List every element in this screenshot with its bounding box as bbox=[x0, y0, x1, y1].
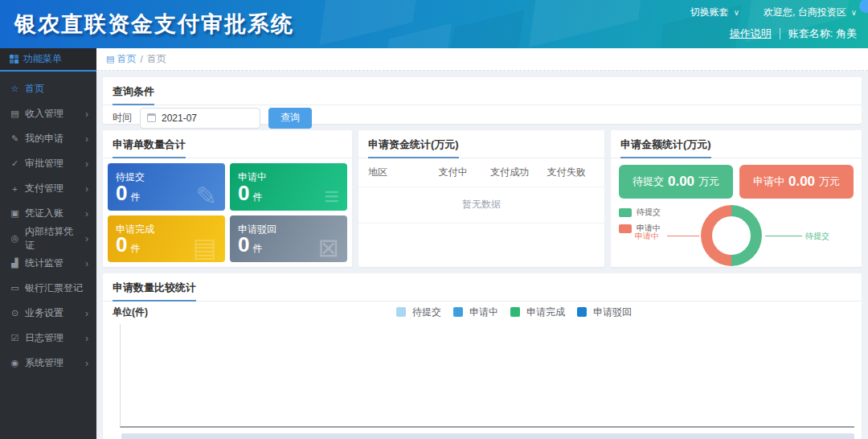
sidebar-item-label: 业务设置 bbox=[25, 306, 63, 320]
donut-chart-area: 待提交 申请中 申请中 待提交 bbox=[619, 203, 854, 267]
sidebar-item-payment[interactable]: + 支付管理 › bbox=[0, 176, 96, 201]
legend-item-pending-submit[interactable]: 待提交 bbox=[619, 207, 661, 218]
breadcrumb: ▤ 首页 / 首页 bbox=[96, 48, 868, 71]
sidebar-item-voucher-entry[interactable]: ▣ 凭证入账 › bbox=[0, 201, 96, 226]
sidebar-item-label: 首页 bbox=[25, 82, 44, 96]
legend-label: 申请驳回 bbox=[593, 306, 632, 319]
amount-panel-title-label: 申请金额统计(万元) bbox=[620, 137, 711, 158]
table-header-row: 地区 支付中 支付成功 支付失败 bbox=[358, 158, 604, 187]
chevron-right-icon: › bbox=[85, 259, 88, 269]
chart-scrollbar[interactable] bbox=[121, 433, 854, 439]
sidebar-item-home[interactable]: ☆ 首页 bbox=[0, 76, 96, 101]
sidebar-item-income[interactable]: ▤ 收入管理 › bbox=[0, 101, 96, 126]
chevron-right-icon: › bbox=[85, 159, 88, 169]
time-label: 时间 bbox=[113, 111, 132, 125]
chevron-right-icon: › bbox=[85, 109, 88, 119]
breadcrumb-home-label: 首页 bbox=[117, 52, 136, 66]
sidebar-item-label: 日志管理 bbox=[25, 331, 63, 345]
document-x-icon: ⊠ bbox=[317, 235, 339, 261]
chevron-right-icon: › bbox=[85, 134, 88, 144]
sidebar-item-label: 统计监管 bbox=[25, 256, 63, 270]
stat-card-unit: 件 bbox=[130, 242, 140, 256]
amount-card-value: 0.00 bbox=[668, 174, 694, 190]
amount-statistics-panel: 申请金额统计(万元) 待提交 0.00 万元 申请中 0.00 bbox=[611, 130, 862, 267]
bar-chart-legend: 待提交 申请中 申请完成 申请驳回 bbox=[396, 302, 632, 322]
notification-dot[interactable] bbox=[859, 0, 868, 13]
query-panel-title-label: 查询条件 bbox=[113, 84, 154, 105]
stat-card-pending-submit: 待提交 0 件 ✎ bbox=[108, 163, 225, 211]
legend-swatch bbox=[619, 224, 632, 233]
legend-label: 申请完成 bbox=[526, 306, 565, 319]
stat-card-value: 0 bbox=[116, 181, 127, 206]
query-conditions-panel: 查询条件 时间 2021-07 查询 bbox=[103, 77, 862, 124]
stat-card-value: 0 bbox=[238, 181, 249, 206]
chevron-right-icon: › bbox=[85, 359, 88, 368]
grid-icon bbox=[10, 55, 18, 64]
legend-label: 申请中 bbox=[469, 306, 498, 319]
sidebar-menu-header-label: 功能菜单 bbox=[23, 52, 62, 66]
application-count-panel: 申请单数量合计 待提交 0 件 ✎ 申请中 bbox=[103, 130, 352, 267]
sidebar-item-my-applications[interactable]: ✎ 我的申请 › bbox=[0, 126, 96, 151]
bar-chart-plot-area bbox=[120, 324, 854, 428]
panel-title: 查询条件 bbox=[103, 77, 862, 105]
chevron-down-icon[interactable]: ∨ bbox=[734, 8, 739, 17]
legend-item-rejected[interactable]: 申请驳回 bbox=[577, 306, 632, 319]
chevron-right-icon: › bbox=[85, 234, 88, 244]
legend-label: 待提交 bbox=[412, 306, 441, 319]
legend-item-completed[interactable]: 申请完成 bbox=[510, 306, 565, 319]
sidebar-item-bank-draft[interactable]: ▭ 银行汇票登记 bbox=[0, 276, 96, 301]
calendar-icon bbox=[147, 113, 156, 122]
sidebar: 功能菜单 ☆ 首页 ▤ 收入管理 › ✎ 我的申请 › ✓ 审批管理 › bbox=[0, 48, 96, 439]
divider bbox=[780, 28, 780, 39]
sidebar-item-log-management[interactable]: ☑ 日志管理 › bbox=[0, 326, 96, 351]
chevron-right-icon: › bbox=[85, 184, 88, 194]
sidebar-item-label: 我的申请 bbox=[25, 132, 63, 146]
amount-card-unit: 万元 bbox=[819, 174, 840, 189]
funds-panel-title-label: 申请资金统计(万元) bbox=[368, 137, 459, 158]
sidebar-item-internal-settlement[interactable]: ◎ 内部结算凭证 › bbox=[0, 226, 96, 251]
legend-swatch bbox=[577, 307, 587, 317]
sidebar-item-system-management[interactable]: ◉ 系统管理 › bbox=[0, 351, 96, 375]
panel-title: 申请数量比较统计 bbox=[103, 273, 862, 302]
column-header-success: 支付成功 bbox=[481, 166, 538, 179]
legend-label: 待提交 bbox=[637, 207, 661, 218]
amount-card-unit: 万元 bbox=[698, 174, 719, 189]
switch-account-link[interactable]: 切换账套 bbox=[690, 6, 729, 19]
amount-card-label: 申请中 bbox=[753, 174, 784, 189]
stat-card-value: 0 bbox=[116, 232, 127, 257]
donut-label-right: 待提交 bbox=[805, 231, 829, 242]
welcome-text: 欢迎您, 台商投资区 bbox=[764, 6, 846, 19]
breadcrumb-home-link[interactable]: ▤ 首页 bbox=[106, 52, 136, 66]
chevron-down-icon[interactable]: ∨ bbox=[851, 8, 857, 17]
funds-statistics-panel: 申请资金统计(万元) 地区 支付中 支付成功 支付失败 暂无数据 bbox=[358, 130, 604, 267]
sidebar-menu: ☆ 首页 ▤ 收入管理 › ✎ 我的申请 › ✓ 审批管理 › + 支付管理 › bbox=[0, 72, 96, 375]
donut-chart bbox=[701, 205, 762, 266]
app-header: 银农直联资金支付审批系统 切换账套 ∨ 欢迎您, 台商投资区 ∨ 操作说明 账套… bbox=[0, 0, 868, 48]
sidebar-item-label: 支付管理 bbox=[25, 182, 63, 195]
sidebar-item-statistics[interactable]: ▟ 统计监管 › bbox=[0, 251, 96, 276]
edit-document-icon: ✎ bbox=[195, 183, 217, 209]
sidebar-item-label: 内部结算凭证 bbox=[25, 225, 80, 252]
operation-guide-link[interactable]: 操作说明 bbox=[730, 27, 772, 41]
search-button[interactable]: 查询 bbox=[268, 108, 312, 129]
sidebar-item-label: 银行汇票登记 bbox=[25, 281, 83, 295]
legend-item-pending-submit[interactable]: 待提交 bbox=[396, 306, 441, 319]
panel-title: 申请资金统计(万元) bbox=[358, 130, 604, 158]
breadcrumb-separator: / bbox=[140, 54, 142, 65]
gear-icon: ◉ bbox=[10, 358, 20, 368]
sidebar-item-label: 凭证入账 bbox=[25, 207, 63, 220]
chart-unit-label: 单位(件) bbox=[113, 306, 148, 319]
donut-callout-line bbox=[765, 236, 802, 236]
link-icon: ⊙ bbox=[10, 308, 20, 318]
sidebar-item-label: 审批管理 bbox=[25, 157, 63, 170]
sidebar-item-business-settings[interactable]: ⊙ 业务设置 › bbox=[0, 301, 96, 326]
sidebar-item-approval[interactable]: ✓ 审批管理 › bbox=[0, 151, 96, 176]
stat-card-value: 0 bbox=[238, 232, 249, 257]
time-picker-input[interactable]: 2021-07 bbox=[140, 108, 260, 129]
column-header-failed: 支付失败 bbox=[538, 166, 596, 179]
card-icon: ▭ bbox=[10, 283, 20, 293]
pencil-icon: ✎ bbox=[10, 133, 20, 144]
donut-callout-line bbox=[667, 236, 699, 236]
header-decoration bbox=[529, 0, 645, 47]
legend-item-in-progress[interactable]: 申请中 bbox=[453, 306, 498, 319]
